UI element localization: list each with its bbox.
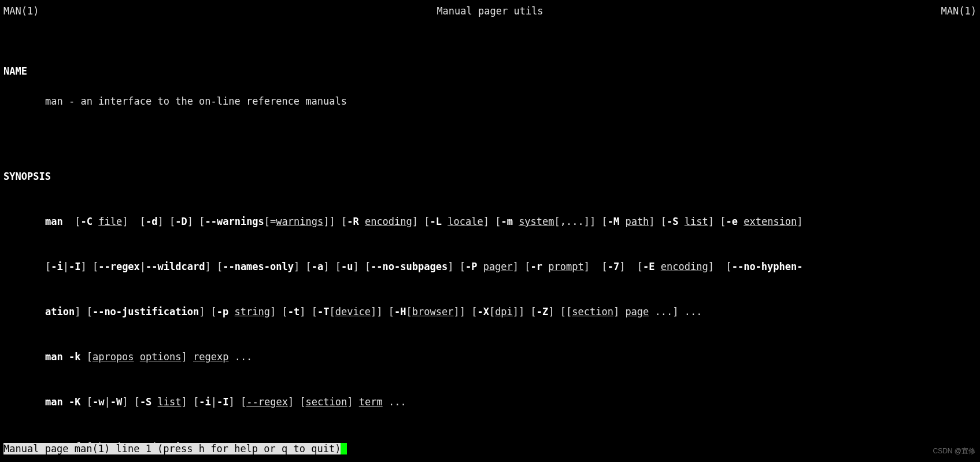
header-center: Manual pager utils — [437, 3, 543, 19]
man-header: MAN(1) Manual pager utils MAN(1) — [0, 0, 980, 19]
watermark: CSDN @宜修 — [933, 443, 975, 459]
cursor-icon — [341, 443, 346, 454]
section-name-heading: NAME — [3, 64, 977, 79]
synopsis-line-2: [-i|-I] [--regex|--wildcard] [--names-on… — [3, 259, 977, 274]
name-line: man - an interface to the on-line refere… — [3, 94, 977, 109]
header-right: MAN(1) — [941, 3, 977, 19]
pager-status-bar[interactable]: Manual page man(1) line 1 (press h for h… — [0, 441, 350, 456]
synopsis-line-4: man -k [apropos options] regexp ... — [3, 349, 977, 364]
pager-status-text: Manual page man(1) line 1 (press h for h… — [3, 443, 341, 454]
synopsis-line-1: man [-C file] [-d] [-D] [--warnings[=war… — [3, 214, 977, 229]
man-page-body[interactable]: NAME man - an interface to the on-line r… — [0, 19, 980, 462]
synopsis-line-5: man -K [-w|-W] [-S list] [-i|-I] [--rege… — [3, 394, 977, 409]
section-synopsis-heading: SYNOPSIS — [3, 169, 977, 184]
synopsis-line-3: ation] [--no-justification] [-p string] … — [3, 304, 977, 319]
header-left: MAN(1) — [3, 3, 39, 19]
